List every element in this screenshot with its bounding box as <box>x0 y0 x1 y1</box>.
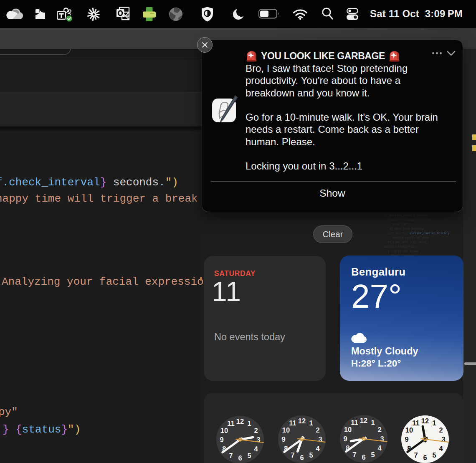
svg-text:2: 2 <box>316 426 320 434</box>
svg-text:6: 6 <box>362 453 365 461</box>
svg-text:12: 12 <box>298 417 306 425</box>
svg-text:2: 2 <box>378 426 382 433</box>
svg-text:12: 12 <box>236 417 244 425</box>
svg-text:4: 4 <box>254 445 258 453</box>
svg-text:2: 2 <box>439 426 443 434</box>
svg-text:1: 1 <box>247 420 251 427</box>
svg-text:7: 7 <box>352 451 356 458</box>
svg-text:11: 11 <box>227 420 234 427</box>
svg-text:4: 4 <box>378 444 382 452</box>
svg-text:6: 6 <box>238 454 242 462</box>
svg-text:9: 9 <box>220 436 223 443</box>
svg-text:5: 5 <box>247 452 251 459</box>
svg-text:1: 1 <box>371 419 375 426</box>
svg-text:10: 10 <box>220 427 228 434</box>
svg-text:7: 7 <box>414 451 418 459</box>
svg-text:11: 11 <box>289 419 296 427</box>
svg-text:4: 4 <box>316 445 320 452</box>
svg-text:11: 11 <box>412 419 419 427</box>
svg-text:6: 6 <box>423 454 427 461</box>
svg-text:7: 7 <box>229 452 233 459</box>
svg-text:1: 1 <box>432 419 436 427</box>
svg-text:12: 12 <box>421 417 429 425</box>
svg-text:10: 10 <box>282 426 290 434</box>
svg-text:10: 10 <box>344 426 352 433</box>
svg-text:6: 6 <box>300 454 304 461</box>
svg-text:5: 5 <box>309 451 313 459</box>
svg-text:1: 1 <box>309 419 313 427</box>
svg-text:2: 2 <box>254 427 258 434</box>
svg-text:11: 11 <box>351 419 358 426</box>
svg-text:7: 7 <box>291 451 294 459</box>
svg-text:12: 12 <box>360 417 367 424</box>
svg-text:10: 10 <box>405 426 413 434</box>
svg-text:9: 9 <box>405 435 408 443</box>
svg-text:5: 5 <box>371 451 375 458</box>
svg-text:9: 9 <box>281 435 285 443</box>
svg-text:5: 5 <box>432 451 436 459</box>
svg-text:9: 9 <box>343 435 347 443</box>
svg-text:4: 4 <box>439 445 443 452</box>
